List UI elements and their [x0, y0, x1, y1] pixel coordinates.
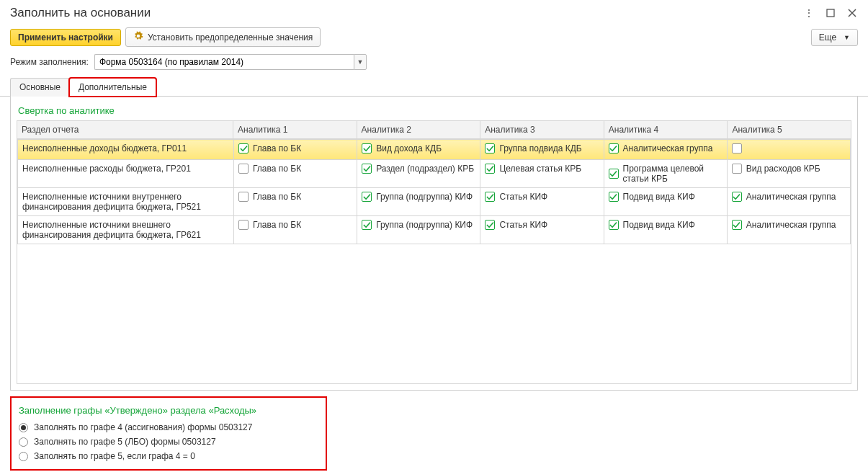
- table-row[interactable]: Неисполненные источники внешнего финанси…: [18, 216, 851, 244]
- cell-section: Неисполненные источники внешнего финанси…: [18, 216, 234, 244]
- checkbox-icon: [732, 143, 742, 153]
- checkbox-label: Подвид вида КИФ: [623, 192, 695, 202]
- table-row[interactable]: Неисполненные доходы бюджета, ГР011 Глав…: [18, 140, 851, 160]
- checkbox-icon: [362, 220, 372, 230]
- apply-settings-button[interactable]: Применить настройки: [10, 29, 121, 46]
- checkbox-label: Аналитическая группа: [623, 143, 713, 153]
- gear-icon: [133, 31, 143, 43]
- cell-analytic-1[interactable]: Глава по БК: [238, 192, 301, 202]
- radio-option[interactable]: Заполнять по графе 4 (ассигнования) форм…: [19, 420, 318, 435]
- checkbox-label: Аналитическая группа: [746, 220, 836, 230]
- apply-settings-label: Применить настройки: [18, 32, 113, 43]
- col-analytic-4[interactable]: Аналитика 4: [604, 121, 728, 139]
- cell-analytic-3[interactable]: Статья КИФ: [485, 192, 547, 202]
- checkbox-label: Глава по БК: [253, 164, 301, 174]
- col-analytic-1[interactable]: Аналитика 1: [233, 121, 357, 139]
- checkbox-label: Статья КИФ: [499, 192, 547, 202]
- checkbox-label: Вид расходов КРБ: [746, 164, 820, 174]
- checkbox-label: Вид дохода КДБ: [376, 143, 442, 153]
- radio-option[interactable]: Заполнять по графе 5, если графа 4 = 0: [19, 449, 318, 463]
- checkbox-label: Глава по БК: [253, 220, 301, 230]
- checkbox-icon: [238, 164, 249, 174]
- radio-icon: [19, 452, 28, 461]
- cell-analytic-5[interactable]: Вид расходов КРБ: [732, 164, 820, 174]
- checkbox-icon: [362, 143, 372, 153]
- checkbox-icon: [609, 192, 619, 202]
- checkbox-icon: [485, 143, 495, 153]
- radio-icon: [19, 423, 28, 432]
- close-icon[interactable]: [846, 7, 858, 19]
- fill-mode-label: Режим заполнения:: [10, 57, 89, 67]
- checkbox-icon: [362, 192, 372, 202]
- checkbox-icon: [485, 164, 495, 174]
- cell-analytic-4[interactable]: Программа целевой статьи КРБ: [609, 164, 722, 184]
- checkbox-icon: [732, 220, 742, 230]
- table-row[interactable]: Неисполненные источники внутреннего фина…: [18, 188, 851, 216]
- kebab-icon[interactable]: ⋮: [803, 7, 815, 19]
- cell-analytic-2[interactable]: Группа (подгруппа) КИФ: [362, 192, 473, 202]
- checkbox-label: Раздел (подраздел) КРБ: [376, 164, 474, 174]
- checkbox-icon: [485, 192, 495, 202]
- tab-extra[interactable]: Дополнительные: [69, 78, 156, 97]
- checkbox-icon: [485, 220, 495, 230]
- fill-mode-select[interactable]: [94, 54, 354, 70]
- checkbox-icon: [238, 192, 249, 202]
- chevron-down-icon: ▼: [844, 34, 850, 41]
- svg-rect-0: [827, 9, 834, 17]
- checkbox-icon: [609, 220, 619, 230]
- radio-icon: [19, 437, 28, 447]
- page-title: Заполнить на основании: [10, 6, 803, 20]
- checkbox-label: Группа подвида КДБ: [499, 143, 581, 153]
- cell-analytic-1[interactable]: Глава по БК: [238, 164, 301, 174]
- checkbox-label: Аналитическая группа: [746, 192, 836, 202]
- checkbox-label: Программа целевой статьи КРБ: [623, 164, 722, 184]
- cell-analytic-3[interactable]: Целевая статья КРБ: [485, 164, 581, 174]
- cell-analytic-5[interactable]: [732, 143, 746, 153]
- analytics-table: Раздел отчета Аналитика 1 Аналитика 2 Ан…: [17, 120, 851, 139]
- tab-main[interactable]: Основные: [10, 78, 70, 97]
- cell-section: Неисполненные источники внутреннего фина…: [18, 188, 234, 216]
- checkbox-icon: [732, 164, 742, 174]
- cell-analytic-2[interactable]: Раздел (подраздел) КРБ: [362, 164, 474, 174]
- cell-analytic-5[interactable]: Аналитическая группа: [732, 220, 836, 230]
- more-label: Еще: [819, 32, 836, 43]
- more-button[interactable]: Еще ▼: [811, 29, 858, 46]
- cell-analytic-2[interactable]: Вид дохода КДБ: [362, 143, 442, 153]
- col-analytic-2[interactable]: Аналитика 2: [357, 121, 480, 139]
- checkbox-label: Статья КИФ: [499, 220, 547, 230]
- checkbox-icon: [609, 143, 619, 153]
- col-analytic-5[interactable]: Аналитика 5: [728, 121, 851, 139]
- approved-column-fill-title: Заполнение графы «Утверждено» раздела «Р…: [19, 402, 318, 420]
- cell-analytic-4[interactable]: Подвид вида КИФ: [609, 192, 695, 202]
- cell-analytic-4[interactable]: Аналитическая группа: [609, 143, 713, 153]
- cell-analytic-5[interactable]: Аналитическая группа: [732, 192, 836, 202]
- cell-analytic-3[interactable]: Статья КИФ: [485, 220, 547, 230]
- radio-label: Заполнять по графе 5 (ЛБО) формы 0503127: [34, 437, 216, 447]
- checkbox-label: Группа (подгруппа) КИФ: [376, 192, 473, 202]
- preset-values-label: Установить предопределенные значения: [148, 32, 313, 43]
- table-row[interactable]: Неисполненные расходы бюджета, ГР201 Гла…: [18, 160, 851, 188]
- col-analytic-3[interactable]: Аналитика 3: [480, 121, 604, 139]
- checkbox-label: Глава по БК: [253, 192, 301, 202]
- cell-analytic-3[interactable]: Группа подвида КДБ: [485, 143, 581, 153]
- cell-section: Неисполненные расходы бюджета, ГР201: [18, 160, 234, 188]
- cell-analytic-1[interactable]: Глава по БК: [238, 220, 301, 230]
- analytics-rollup-title: Свертка по аналитике: [17, 102, 851, 120]
- cell-analytic-4[interactable]: Подвид вида КИФ: [609, 220, 695, 230]
- checkbox-icon: [609, 169, 619, 179]
- checkbox-icon: [238, 143, 249, 153]
- radio-option[interactable]: Заполнять по графе 5 (ЛБО) формы 0503127: [19, 435, 318, 449]
- fill-mode-dropdown-button[interactable]: ▼: [354, 54, 367, 70]
- maximize-icon[interactable]: [825, 7, 836, 19]
- cell-analytic-2[interactable]: Группа (подгруппа) КИФ: [362, 220, 473, 230]
- radio-label: Заполнять по графе 5, если графа 4 = 0: [34, 451, 195, 461]
- checkbox-icon: [238, 220, 249, 230]
- preset-values-button[interactable]: Установить предопределенные значения: [125, 27, 321, 47]
- checkbox-label: Целевая статья КРБ: [499, 164, 581, 174]
- checkbox-label: Подвид вида КИФ: [623, 220, 695, 230]
- checkbox-icon: [362, 164, 372, 174]
- col-section[interactable]: Раздел отчета: [17, 121, 233, 139]
- radio-label: Заполнять по графе 4 (ассигнования) форм…: [34, 422, 252, 432]
- cell-section: Неисполненные доходы бюджета, ГР011: [18, 140, 234, 160]
- cell-analytic-1[interactable]: Глава по БК: [238, 143, 301, 153]
